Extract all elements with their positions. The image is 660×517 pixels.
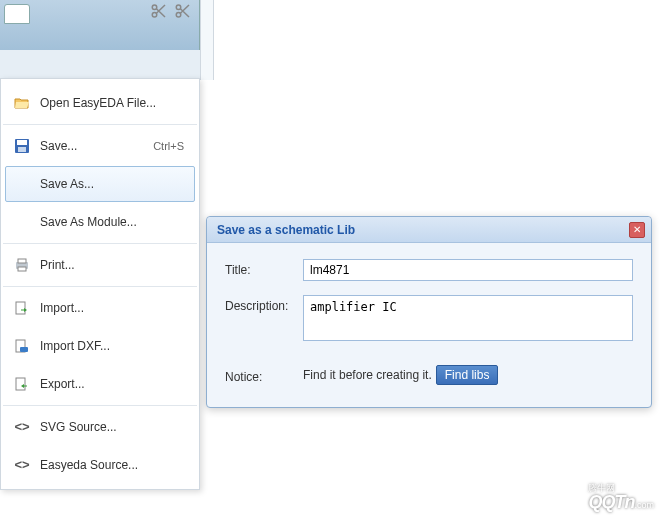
svg-point-2	[176, 5, 181, 10]
menu-item-open[interactable]: Open EasyEDA File...	[5, 85, 195, 121]
menu-label: Import DXF...	[40, 339, 184, 353]
find-libs-button[interactable]: Find libs	[436, 365, 499, 385]
menu-label: Save As...	[40, 177, 184, 191]
menu-item-print[interactable]: Print...	[5, 247, 195, 283]
menu-item-save[interactable]: Save... Ctrl+S	[5, 128, 195, 164]
menu-shortcut: Ctrl+S	[153, 140, 184, 152]
ribbon-sub-bar	[0, 50, 200, 80]
title-input[interactable]	[303, 259, 633, 281]
notice-text: Find it before creating it.	[303, 368, 432, 382]
menu-separator	[3, 286, 197, 287]
menu-item-import[interactable]: Import...	[5, 290, 195, 326]
watermark: 腾牛网 QQTn.com	[558, 484, 654, 511]
scissors-icon	[150, 2, 168, 20]
menu-item-export[interactable]: Export...	[5, 366, 195, 402]
description-input[interactable]	[303, 295, 633, 341]
svg-point-3	[176, 13, 181, 18]
description-label: Description:	[225, 295, 303, 313]
panel-edge	[200, 0, 214, 80]
menu-separator	[3, 243, 197, 244]
blank-icon	[14, 176, 30, 192]
export-icon	[14, 376, 30, 392]
toolbar-icons	[150, 2, 192, 20]
menu-label: Save...	[40, 139, 153, 153]
menu-item-svg-source[interactable]: <> SVG Source...	[5, 409, 195, 445]
menu-label: Save As Module...	[40, 215, 184, 229]
svg-rect-13	[16, 378, 25, 390]
folder-open-icon	[14, 95, 30, 111]
svg-rect-9	[18, 267, 26, 271]
menu-label: Open EasyEDA File...	[40, 96, 184, 110]
menu-separator	[3, 124, 197, 125]
close-icon: ✕	[633, 224, 641, 235]
document-tab-icon	[4, 4, 30, 24]
svg-point-1	[152, 13, 157, 18]
watermark-logo-icon	[558, 485, 584, 511]
menu-item-save-as[interactable]: Save As...	[5, 166, 195, 202]
notice-row: Notice: Find it before creating it. Find…	[225, 365, 633, 385]
menu-label: Easyeda Source...	[40, 458, 184, 472]
import-dxf-icon	[14, 338, 30, 354]
scissors-icon	[174, 2, 192, 20]
menu-item-import-dxf[interactable]: Import DXF...	[5, 328, 195, 364]
save-icon	[14, 138, 30, 154]
menu-item-easyeda-source[interactable]: <> Easyeda Source...	[5, 447, 195, 483]
watermark-brand: QQTn	[588, 492, 634, 512]
dialog-title: Save as a schematic Lib	[217, 223, 629, 237]
file-menu: Open EasyEDA File... Save... Ctrl+S Save…	[0, 78, 200, 490]
dialog-body: Title: Description: Notice: Find it befo…	[207, 243, 651, 407]
watermark-domain: .com	[634, 500, 654, 510]
toolbar-area	[0, 0, 660, 74]
dialog-header[interactable]: Save as a schematic Lib ✕	[207, 217, 651, 243]
svg-rect-10	[16, 302, 25, 314]
menu-separator	[3, 405, 197, 406]
description-row: Description:	[225, 295, 633, 345]
save-as-dialog: Save as a schematic Lib ✕ Title: Descrip…	[206, 216, 652, 408]
notice-label: Notice:	[225, 366, 303, 384]
print-icon	[14, 257, 30, 273]
menu-label: SVG Source...	[40, 420, 184, 434]
title-row: Title:	[225, 259, 633, 281]
close-button[interactable]: ✕	[629, 222, 645, 238]
description-field-wrapper	[303, 295, 633, 345]
menu-label: Print...	[40, 258, 184, 272]
svg-rect-8	[18, 259, 26, 263]
import-icon	[14, 300, 30, 316]
svg-rect-12	[20, 347, 28, 352]
code-icon: <>	[14, 419, 30, 435]
title-label: Title:	[225, 259, 303, 277]
menu-label: Export...	[40, 377, 184, 391]
title-field-wrapper	[303, 259, 633, 281]
menu-label: Import...	[40, 301, 184, 315]
svg-rect-6	[18, 147, 26, 152]
svg-rect-5	[17, 140, 27, 145]
svg-point-0	[152, 5, 157, 10]
svg-point-14	[560, 487, 582, 509]
menu-item-save-as-module[interactable]: Save As Module...	[5, 204, 195, 240]
code-icon: <>	[14, 457, 30, 473]
blank-icon	[14, 214, 30, 230]
